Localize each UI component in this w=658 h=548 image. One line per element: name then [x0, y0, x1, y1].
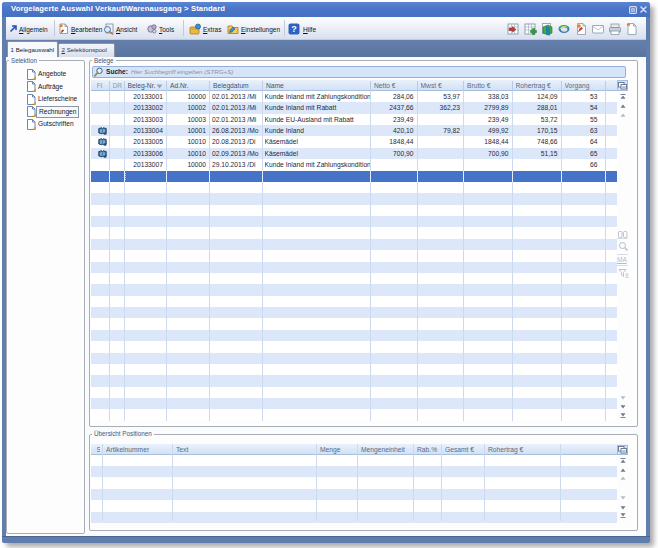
svg-text:?: ?: [291, 24, 297, 34]
